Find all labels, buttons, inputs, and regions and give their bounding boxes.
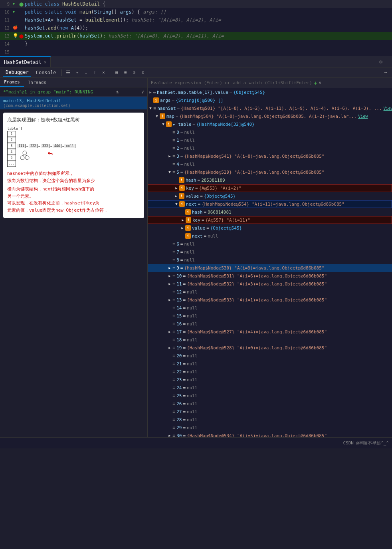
code-text: public class HashSetDetail { [25, 1, 105, 7]
code-line-14: 14 ▶ } [0, 40, 392, 48]
expand-icon[interactable]: ▼ [160, 121, 166, 127]
var-row-value2[interactable]: ▶ i value={Object@545} [148, 224, 392, 232]
step-into-icon[interactable]: ↓ [83, 69, 89, 76]
var-row-24[interactable]: ≡ 24=null [148, 384, 392, 392]
expand-icon[interactable]: ▼ [148, 105, 153, 111]
step-over-icon[interactable]: ↷ [74, 69, 80, 76]
frames-icon[interactable]: ≡ [122, 69, 129, 76]
tab-label: HashSetDetail [4, 59, 42, 65]
var-row-key1[interactable]: ▶ i key={A@553} "A(i=2)" [148, 184, 392, 192]
line-number: 13 [2, 34, 13, 39]
var-row-12[interactable]: ≡ 12=null [148, 288, 392, 296]
var-row-map[interactable]: ▼ i map = {HashMap@504} "A(i=8)=java.lan… [148, 112, 392, 120]
var-row-next2[interactable]: i next=null [148, 232, 392, 240]
var-row-7[interactable]: ≡ 7=null [148, 248, 392, 256]
var-row-2[interactable]: ≡ 2=null [148, 144, 392, 152]
var-name: args [160, 98, 171, 103]
view-link[interactable]: View [358, 114, 368, 119]
field-icon: ≡ [172, 425, 175, 430]
var-row-key2[interactable]: ▶ i key={A@557} "A(i=11)" [148, 216, 392, 224]
frame-file: (com.example.collection.set) [3, 103, 144, 108]
add-watch-button[interactable]: + [314, 80, 317, 86]
gear-icon[interactable]: ⚙ [379, 59, 382, 65]
var-row-25[interactable]: ≡ 25=null [148, 392, 392, 400]
var-row-9[interactable]: ▶ ≡ 9={HashMap$Node@530} "A(i=9)=java.la… [148, 264, 392, 272]
tab-hashsetdetail[interactable]: HashSetDetail ✕ [0, 56, 51, 67]
breakpoint[interactable]: ⬤ [19, 34, 25, 38]
selected-frame[interactable]: main:13, HashSetDetail (com.example.coll… [0, 97, 147, 109]
tab-threads[interactable]: Threads [24, 78, 50, 87]
var-value: {Object@545} [233, 90, 265, 95]
expand-icon[interactable]: ∨ [319, 80, 321, 85]
var-row-hashset[interactable]: ▼ ≡ hashSet = {HashSet@501} "[A(i=8), A(… [148, 104, 392, 112]
field-icon: ≡ [172, 145, 175, 151]
var-row-22[interactable]: ≡ 22=null [148, 368, 392, 376]
var-row-table[interactable]: ▼ i ▸ table = {HashMap$Node[32]@540} [148, 120, 392, 128]
step-out-icon[interactable]: ↑ [91, 69, 98, 76]
var-row-3[interactable]: ▶ ≡ 3={HashMap$Node@541} "A(i=8)=java.la… [148, 152, 392, 160]
var-row-4[interactable]: ≡ 4=null [148, 160, 392, 168]
field-icon: ≡ [172, 393, 175, 398]
list-icon[interactable]: ☰ [65, 69, 71, 76]
var-row-30[interactable]: ▶ ≡ 30={HashMap$Node@534} "A(i=5)=java.l… [148, 432, 392, 437]
stop-icon[interactable]: ✕ [100, 69, 107, 76]
view-link[interactable]: View [384, 106, 392, 111]
var-row-hash2[interactable]: i hash=966814981 [148, 208, 392, 216]
field-icon: ≡ [172, 265, 175, 271]
var-row-next1[interactable]: ▼ i next={HashMap$Node@554} "A(i=11)=jav… [148, 200, 392, 208]
var-row-10[interactable]: ▶ ≡ 10={HashMap$Node@531} "A(i=6)=java.l… [148, 272, 392, 280]
code-line-9: 9 ▶ ⬤ public class HashSetDetail { [0, 0, 392, 8]
var-eq: = [177, 106, 180, 111]
var-row-19[interactable]: ▶ ≡ 19={HashMap$Node@528} "A(i=0)=java.l… [148, 344, 392, 352]
evaluate-icon[interactable]: ⊗ [140, 69, 146, 76]
breakpoint[interactable]: ⬤ [19, 2, 25, 6]
var-row-28[interactable]: ≡ 28=null [148, 416, 392, 424]
var-row-0[interactable]: ≡ 0=null [148, 128, 392, 136]
var-row-27[interactable]: ≡ 27=null [148, 408, 392, 416]
run-icon[interactable]: ▶ [13, 9, 18, 15]
var-row-20[interactable]: ≡ 20=null [148, 352, 392, 360]
var-row-15[interactable]: ≡ 15=null [148, 312, 392, 320]
run-icon: 🍎 [13, 25, 18, 31]
field-icon: i [185, 225, 191, 231]
field-icon: i [185, 209, 191, 215]
var-row-value1[interactable]: ▶ i value={Object@545} [148, 192, 392, 200]
var-row-14[interactable]: ≡ 14=null [148, 304, 392, 312]
tab-close-icon[interactable]: ✕ [44, 60, 46, 64]
chevron-icon[interactable]: ∨ [141, 89, 144, 95]
var-row-11[interactable]: ▶ ≡ 11={HashMap$Node@532} "A(i=3)=java.l… [148, 280, 392, 288]
field-icon: i [185, 233, 191, 239]
run-icon[interactable]: ▶ [13, 1, 18, 7]
watches-icon[interactable]: ⊘ [131, 69, 137, 76]
var-row-23[interactable]: ≡ 23=null [148, 376, 392, 384]
svg-point-0 [23, 151, 27, 155]
tab-debugger[interactable]: Debugger [3, 69, 31, 77]
var-row-8[interactable]: ≡ 8=null [148, 256, 392, 264]
var-row-21[interactable]: ≡ 21=null [148, 360, 392, 368]
breakpoints-icon[interactable]: ⊞ [113, 69, 120, 76]
field-icon: ≡ [172, 249, 175, 255]
expand-icon[interactable] [148, 97, 153, 103]
var-row-29[interactable]: ≡ 29=null [148, 424, 392, 432]
expand-icon[interactable]: ▼ [154, 113, 160, 119]
var-row-26[interactable]: ≡ 26=null [148, 400, 392, 408]
var-row-map-table-value[interactable]: ▶ ∞ hashSet.map.table[17].value = {Objec… [148, 88, 392, 96]
var-row-1[interactable]: ≡ 1=null [148, 136, 392, 144]
var-row-18[interactable]: ≡ 18=null [148, 336, 392, 344]
tab-console[interactable]: Console [34, 69, 59, 76]
eval-placeholder: Evaluate expression (Enter) or add a wat… [151, 80, 312, 85]
expand-icon[interactable]: ▶ [148, 89, 153, 95]
field-icon: ≡ [172, 313, 175, 319]
var-row-5[interactable]: ▼ ≡ 5={HashMap$Node@529} "A(i=2)=java.la… [148, 168, 392, 176]
var-row-16[interactable]: ≡ 16=null [148, 320, 392, 328]
field-icon: ≡ [172, 337, 175, 343]
tab-frames[interactable]: Frames [0, 78, 24, 87]
filter-icon[interactable]: ⚗ [116, 89, 119, 95]
minus-icon[interactable]: — [386, 59, 389, 65]
var-row-hash1[interactable]: i hash=285381189 [148, 176, 392, 184]
var-row-17[interactable]: ▶ ≡ 17={HashMap$Node@527} "A(i=4)=java.l… [148, 328, 392, 336]
var-row-13[interactable]: ▶ ≡ 13={HashMap$Node@533} "A(i=1)=java.l… [148, 296, 392, 304]
var-row-6[interactable]: ≡ 6=null [148, 240, 392, 248]
settings-icon[interactable]: ⋯ [382, 69, 389, 76]
var-row-args[interactable]: i args = {String[0]@500} [] [148, 96, 392, 104]
